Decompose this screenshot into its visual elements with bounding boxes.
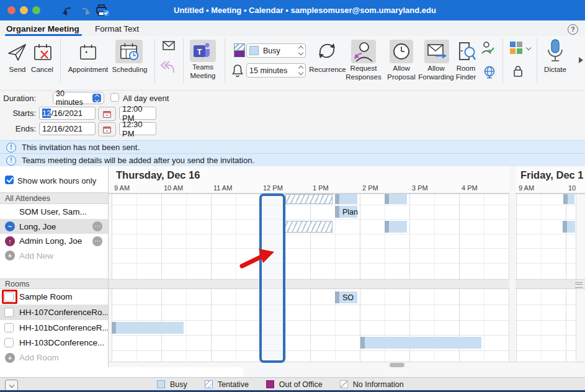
appointment-label: Appointment	[66, 66, 110, 74]
splitter-grip-icon[interactable]	[575, 282, 583, 288]
block-label: Plan	[339, 208, 358, 216]
cancel-button[interactable]	[30, 41, 56, 63]
ends-date-field[interactable]: 12/16/2021	[39, 122, 96, 135]
all-day-checkbox[interactable]	[110, 93, 119, 102]
duration-dropdown[interactable]: 30 minutes	[53, 92, 104, 104]
zoom-window-button[interactable]	[32, 6, 40, 14]
scheduling-icon	[119, 42, 139, 61]
undo-icon[interactable]	[62, 5, 74, 16]
close-window-button[interactable]	[7, 6, 16, 14]
busy-block: Plan	[335, 206, 357, 218]
room-name: HH-103DConference...	[19, 338, 104, 347]
minimize-window-button[interactable]	[20, 6, 28, 14]
categorize-icon[interactable]	[510, 42, 523, 55]
day-gap	[509, 166, 516, 362]
show-as-dropdown[interactable]: Busy	[246, 43, 306, 58]
room-row[interactable]: HH-107ConferenceRo...	[0, 305, 108, 320]
tab-format-text[interactable]: Format Text	[95, 24, 139, 33]
selected-time-slot[interactable]	[259, 194, 285, 363]
starts-time-field[interactable]: 12:00 PM	[119, 107, 156, 120]
room-finder-button[interactable]	[455, 40, 478, 63]
attendee-more-button[interactable]: ⋯	[92, 221, 102, 231]
duration-value: 30 minutes	[56, 89, 92, 107]
allow-forwarding-icon	[427, 43, 447, 60]
send-button[interactable]	[5, 41, 30, 63]
scheduling-button[interactable]	[115, 40, 143, 63]
mail-icon[interactable]	[163, 41, 175, 50]
annotation-highlight-box	[2, 290, 17, 304]
room-row[interactable]: HH-101bConferenceR...	[0, 320, 108, 335]
categorize-chevron-icon[interactable]	[526, 45, 531, 50]
gridline-horizontal	[112, 320, 576, 321]
attendee-row[interactable]: ~Long, Joe⋯	[0, 219, 108, 234]
attendee-row[interactable]: ↑Admin Long, Joe⋯	[0, 234, 108, 248]
gridline-horizontal	[112, 350, 576, 351]
add-icon: +	[5, 251, 15, 261]
time-tick-label: 12 PM	[263, 184, 283, 192]
busy-block	[563, 221, 575, 233]
ribbon-overflow-icon[interactable]	[579, 57, 583, 63]
notice-bars: !This invitation has not been sent.!Team…	[0, 140, 585, 166]
attendee-name: Admin Long, Joe	[19, 236, 82, 246]
room-checkbox[interactable]	[4, 338, 14, 347]
block-edge	[335, 194, 339, 204]
appointment-button[interactable]	[69, 41, 107, 63]
dictate-button[interactable]	[542, 37, 568, 65]
attendee-grid-bg-fri	[516, 194, 576, 279]
reply-all-icon	[160, 60, 175, 74]
all-attendees-header: All Attendees	[0, 192, 108, 204]
block-edge	[360, 337, 365, 349]
starts-date-rest: /16/2021	[51, 109, 83, 118]
room-name: HH-101bConferenceR...	[19, 323, 108, 332]
attendee-row[interactable]: SOM User, Sam...	[0, 204, 108, 219]
add-new-attendee[interactable]: +Add New	[0, 248, 108, 263]
calendar-picker-icon	[103, 110, 111, 118]
busy-block: SO	[335, 292, 357, 303]
organizer-icon: ~	[5, 221, 15, 231]
gridline-vertical	[576, 194, 576, 362]
starts-label: Starts:	[1, 109, 36, 118]
allow-proposal-button[interactable]	[390, 40, 413, 63]
print-icon[interactable]	[94, 4, 110, 17]
block-edge	[385, 221, 389, 233]
reminder-stepper-icon[interactable]	[299, 66, 303, 74]
busy-swatch-icon	[157, 380, 165, 388]
cancel-label: Cancel	[27, 66, 57, 74]
ends-date-picker-button[interactable]	[98, 122, 116, 136]
busy-swatch-icon	[249, 46, 259, 55]
room-row[interactable]: HH-103DConference...	[0, 335, 108, 350]
hscroll-track	[0, 367, 243, 377]
hscroll-thumb[interactable]	[390, 363, 404, 367]
help-icon[interactable]: ?	[568, 24, 578, 35]
oof-swatch-icon	[266, 380, 274, 388]
tab-organizer-meeting[interactable]: Organizer Meeting	[6, 24, 79, 33]
lock-icon[interactable]	[512, 65, 524, 78]
block-edge	[335, 206, 339, 218]
add-room[interactable]: +Add Room	[0, 350, 108, 365]
ends-time-field[interactable]: 12:30 PM	[119, 122, 156, 135]
gridline-horizontal	[112, 248, 576, 249]
teams-meeting-button[interactable]: T	[190, 40, 216, 62]
starts-date-field[interactable]: 12/16/2021	[39, 107, 96, 120]
room-name: Sample Room	[19, 292, 73, 301]
room-checkbox[interactable]	[4, 308, 14, 317]
legend-item-busy: Busy	[157, 380, 187, 389]
timezone-globe-icon[interactable]	[483, 66, 496, 79]
attendee-more-button[interactable]: ⋯	[92, 236, 102, 246]
allow-forwarding-button[interactable]	[424, 40, 449, 63]
recurrence-button[interactable]	[312, 38, 342, 63]
busy-block	[335, 194, 357, 204]
room-checkbox[interactable]	[4, 323, 14, 332]
reminder-dropdown[interactable]: 15 minutes	[246, 63, 306, 78]
grid-bottom-border	[109, 362, 585, 362]
show-as-stepper-icon[interactable]	[299, 47, 303, 55]
show-work-hours-checkbox[interactable]	[5, 176, 14, 184]
busy-block	[385, 194, 407, 204]
request-responses-button[interactable]	[351, 40, 376, 63]
gridline-horizontal	[112, 263, 576, 264]
starts-date-picker-button[interactable]	[98, 107, 116, 121]
time-tick-label: 4 PM	[462, 184, 478, 192]
check-names-icon[interactable]	[481, 41, 494, 55]
notice-bar: !Teams meeting details will be added aft…	[0, 153, 585, 167]
tentative-block	[285, 194, 333, 204]
